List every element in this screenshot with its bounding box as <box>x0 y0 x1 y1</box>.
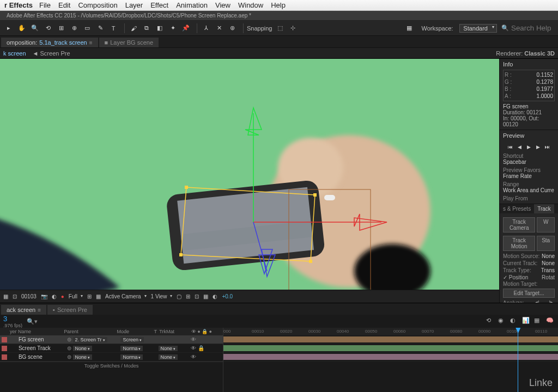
layer-color-swatch[interactable] <box>2 346 7 351</box>
brush-tool-icon[interactable]: 🖌 <box>128 23 139 34</box>
stabilize-button[interactable]: Sta <box>537 236 555 251</box>
zoom-indicator-icon[interactable]: ⊡ <box>13 293 17 299</box>
view-opt3-icon[interactable]: ⊡ <box>195 293 199 299</box>
favors-value[interactable]: Frame Rate <box>503 173 555 179</box>
track-motion-button[interactable]: Track Motion <box>503 236 535 251</box>
shy-icon[interactable]: ⟲ <box>486 317 495 326</box>
motion-source[interactable]: None <box>542 253 555 259</box>
draft3d-icon[interactable]: ▦ <box>534 317 543 326</box>
axis2-tool-icon[interactable]: ✕ <box>214 23 225 34</box>
rotation-check[interactable]: Rotat <box>542 274 555 280</box>
view-opt4-icon[interactable]: ▦ <box>203 293 208 299</box>
menu-help[interactable]: Help <box>271 1 286 9</box>
layer-row[interactable]: Screen Track⊚ NoneNormaNone👁 🔒 <box>0 344 223 353</box>
layer-bar[interactable] <box>223 345 558 351</box>
goto-end-icon[interactable]: ⏭ <box>544 143 551 151</box>
timeline-tracks-area[interactable]: 0000001000020000300004000050000600007000… <box>223 328 558 392</box>
eraser-tool-icon[interactable]: ◧ <box>154 23 165 34</box>
layer-switches[interactable]: 👁 <box>191 354 223 360</box>
tl-tab-screen-pre[interactable]: ▪ Screen Pre <box>47 305 93 315</box>
clone-tool-icon[interactable]: ⧉ <box>141 23 152 34</box>
camera-tool-icon[interactable]: ⊞ <box>56 23 66 34</box>
tab-menu-icon[interactable]: ≡ <box>89 40 93 46</box>
playhead[interactable] <box>518 328 518 392</box>
channel-icon[interactable]: ◐ <box>52 293 57 299</box>
workspace-icon[interactable]: ▦ <box>404 23 415 34</box>
menu-composition[interactable]: Composition <box>78 1 117 9</box>
menu-layer[interactable]: Layer <box>125 1 143 9</box>
layer-bar[interactable] <box>223 336 558 342</box>
text-tool-icon[interactable]: T <box>108 23 119 34</box>
presets-tab[interactable]: s & Presets <box>500 204 534 213</box>
edit-target-button[interactable]: Edit Target... <box>503 289 555 298</box>
menu-file[interactable]: File <box>39 1 51 9</box>
viewer-canvas[interactable] <box>0 59 499 290</box>
snapping-toggle-icon[interactable]: ⬚ <box>275 23 286 34</box>
exposure-value[interactable]: +0.0 <box>222 293 233 299</box>
layer-row[interactable]: FG screen⊚ 2. Screen TrScreen👁 <box>0 335 223 344</box>
time-ruler[interactable]: 0000001000020000300004000050000600007000… <box>223 328 558 335</box>
current-time[interactable]: 3 <box>3 315 22 323</box>
track-type[interactable]: Trans <box>541 267 555 273</box>
tl-tab-track-screen[interactable]: ack screen ≡ <box>1 305 46 315</box>
warp-button[interactable]: W <box>537 217 555 232</box>
snapshot-icon[interactable]: 📷 <box>41 293 47 299</box>
track[interactable] <box>223 353 558 362</box>
track[interactable] <box>223 344 558 353</box>
layer-bar[interactable] <box>223 354 558 360</box>
position-check[interactable]: ✓ Position <box>503 274 528 280</box>
layer-row[interactable]: BG scene⊚ NoneNormaNone👁 <box>0 353 223 362</box>
range-value[interactable]: Work Area and Curre <box>503 187 555 193</box>
brain-icon[interactable]: 🧠 <box>546 317 555 326</box>
parent-dropdown[interactable]: None <box>73 346 93 351</box>
layer-color-swatch[interactable] <box>2 354 7 360</box>
shortcut-value[interactable]: Spacebar <box>503 159 555 165</box>
next-frame-icon[interactable]: ▶ <box>535 143 542 151</box>
exposure-icon[interactable]: ◐ <box>213 293 217 299</box>
trkmat-dropdown[interactable]: None <box>159 354 178 360</box>
menu-effect[interactable]: Effect <box>150 1 168 9</box>
subtab-screen[interactable]: k screen <box>3 50 26 57</box>
goto-start-icon[interactable]: ⏮ <box>507 143 514 151</box>
prev-frame-icon[interactable]: ◀ <box>516 143 524 151</box>
rotate-tool-icon[interactable]: ⟲ <box>43 23 53 34</box>
puppet-tool-icon[interactable]: 📌 <box>180 23 191 34</box>
parent-dropdown[interactable]: 2. Screen Tr <box>73 337 107 342</box>
trkmat-dropdown[interactable]: None <box>159 346 178 351</box>
mode-dropdown[interactable]: Screen <box>120 337 144 342</box>
tab-menu-icon[interactable]: ≡ <box>38 307 41 313</box>
menu-animation[interactable]: Animation <box>176 1 208 9</box>
timeline-search-icon[interactable]: 🔍▾ <box>27 318 38 325</box>
snapping-opt-icon[interactable]: ⊹ <box>288 23 299 34</box>
resolution-dropdown[interactable]: Full <box>69 293 83 299</box>
selection-tool-icon[interactable]: ▸ <box>3 23 14 34</box>
layer-switches[interactable]: 👁 🔒 <box>191 345 223 351</box>
layer-switches[interactable]: 👁 <box>191 336 223 342</box>
color-mgmt-icon[interactable]: ● <box>61 293 64 299</box>
menu-window[interactable]: Window <box>238 1 263 9</box>
comp-tab-track-screen[interactable]: omposition: 5.1a_track screen ≡ <box>1 38 98 47</box>
analyze-fwd-icon[interactable]: |▶ <box>549 300 555 303</box>
renderer-selector[interactable]: Renderer: Classic 3D <box>496 50 555 57</box>
pen-tool-icon[interactable]: ✎ <box>95 23 106 34</box>
workspace-dropdown[interactable]: Standard <box>459 24 497 33</box>
toggle-switches-button[interactable]: Toggle Switches / Modes <box>0 362 223 370</box>
tracker-tab[interactable]: Track <box>534 204 554 213</box>
parent-dropdown[interactable]: None <box>73 354 93 360</box>
view-opt2-icon[interactable]: ⊞ <box>186 293 190 299</box>
mb-icon[interactable]: ◐ <box>510 317 519 326</box>
mode-dropdown[interactable]: Norma <box>120 346 143 351</box>
menu-edit[interactable]: Edit <box>58 1 70 9</box>
comp-tab-bg-scene[interactable]: ■ Layer BG scene <box>99 38 159 47</box>
camera-dropdown[interactable]: Active Camera <box>105 293 147 299</box>
view-opt1-icon[interactable]: ▢ <box>177 293 181 299</box>
analyze-back-icon[interactable]: ◀| <box>533 300 539 303</box>
shape-tool-icon[interactable]: ▭ <box>82 23 93 34</box>
subtab-screen-pre[interactable]: ◄ Screen Pre <box>33 50 70 57</box>
roto-tool-icon[interactable]: ✦ <box>167 23 178 34</box>
graph-icon[interactable]: 📊 <box>522 317 531 326</box>
search-help[interactable]: 🔍 <box>501 24 555 32</box>
zoom-tool-icon[interactable]: 🔍 <box>29 23 40 34</box>
axis3-tool-icon[interactable]: ⊛ <box>227 23 238 34</box>
mode-dropdown[interactable]: Norma <box>120 354 143 360</box>
